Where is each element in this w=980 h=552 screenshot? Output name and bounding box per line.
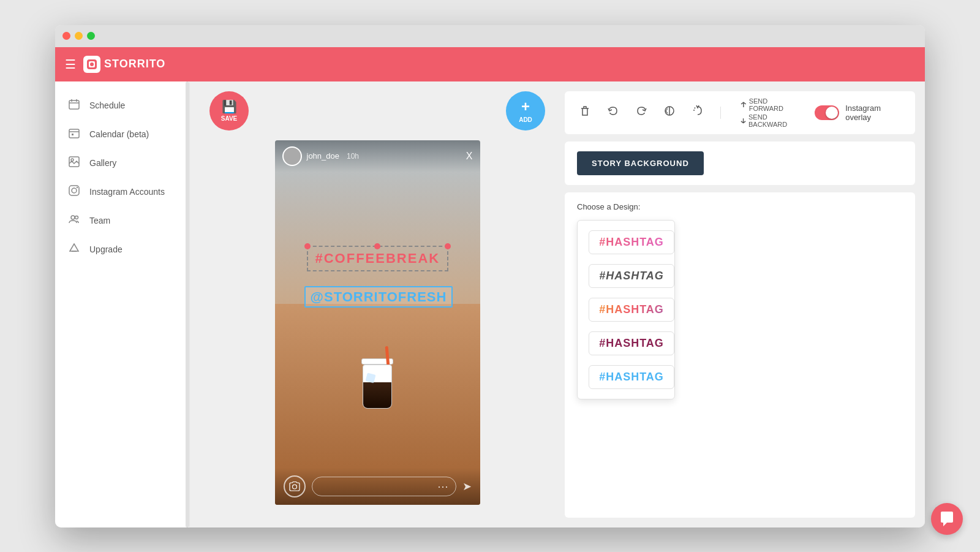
hashtag-overlay[interactable]: #COFFEEBREAK [307,246,449,271]
add-label: ADD [519,116,532,123]
design-chip-2[interactable]: #HASHTAG [589,264,674,288]
design-option-1[interactable]: #HASHTAG [582,225,669,259]
undo-icon[interactable] [605,103,621,122]
menu-icon[interactable]: ☰ [65,57,76,72]
toggle-label: Instagram overlay [845,104,903,122]
app-layout: ☰ STORRITO [55,47,925,527]
content-area: 💾 SAVE + ADD [190,81,925,527]
story-time: 10h [347,152,359,161]
window-controls [62,32,95,40]
right-panel: SEND FORWARD SEND BACKWARD Instagra [565,91,915,518]
send-forward-label: SEND FORWARD [749,97,803,112]
titlebar [55,25,925,47]
cup-ice [365,372,375,383]
overlay-toggle[interactable] [815,105,839,120]
sidebar-label-gallery: Gallery [89,158,116,168]
send-forward-button[interactable]: SEND FORWARD [741,97,802,112]
design-chip-5[interactable]: #HASHTAG [589,365,674,389]
coffee-cup [359,358,396,414]
design-chip-4[interactable]: #HASHTAG [589,331,674,355]
add-icon: + [521,98,530,115]
redo-icon[interactable] [633,103,649,122]
svg-rect-7 [69,129,79,138]
design-chooser-label: Choose a Design: [577,202,903,211]
at-text[interactable]: @STORRITOFRESH [304,286,453,308]
svg-point-18 [292,485,296,489]
story-camera-button[interactable] [284,475,306,497]
story-background-button[interactable]: STORY BACKGROUND [577,151,704,175]
svg-point-2 [90,62,94,66]
sidebar: Schedule Calendar (beta) [55,81,190,527]
design-chip-1[interactable]: #HASHTAG [589,230,674,254]
design-option-5[interactable]: #HASHTAG [582,360,669,394]
flip-icon[interactable] [662,103,677,122]
app-window: ☰ STORRITO [55,25,925,527]
schedule-icon [67,99,81,113]
main-layout: Schedule Calendar (beta) [55,81,925,527]
logo-icon [83,56,100,73]
design-option-3[interactable]: #HASHTAG [582,293,669,327]
story-panel: 💾 SAVE + ADD [200,91,555,518]
logo-text: STORRITO [104,58,165,70]
team-icon [67,214,81,228]
story-bottom-bar: ⋯ ➤ [275,468,480,505]
rotate-icon[interactable] [690,103,706,122]
instagram-icon [67,185,81,199]
action-bar: SEND FORWARD SEND BACKWARD Instagra [565,91,915,134]
story-toolbar: 💾 SAVE + ADD [200,91,555,140]
action-separator [720,107,721,119]
story-message-input[interactable]: ⋯ [312,477,456,496]
story-send-button[interactable]: ➤ [462,480,472,493]
gallery-icon [67,156,81,170]
at-overlay[interactable]: @STORRITOFRESH [298,286,459,308]
handle-top[interactable] [374,243,380,249]
story-image: #COFFEEBREAK @STORRITOFRESH [275,140,480,505]
send-order-controls: SEND FORWARD SEND BACKWARD [741,97,802,128]
close-button[interactable] [62,32,70,40]
sidebar-item-calendar[interactable]: Calendar (beta) [55,120,189,149]
hashtag-text[interactable]: #COFFEEBREAK [315,251,440,266]
story-header: john_doe 10h X [275,140,480,172]
svg-point-14 [77,186,78,187]
send-backward-button[interactable]: SEND BACKWARD [741,113,802,128]
sidebar-label-calendar: Calendar (beta) [89,129,149,139]
save-icon: 💾 [222,99,237,114]
sidebar-item-gallery[interactable]: Gallery [55,149,189,178]
chat-support-button[interactable] [931,503,963,535]
design-chip-3[interactable]: #HASHTAG [589,298,674,322]
sidebar-label-upgrade: Upgrade [89,244,123,254]
sidebar-item-team[interactable]: Team [55,206,189,235]
app-logo: STORRITO [83,56,165,73]
story-dots: ⋯ [437,480,448,493]
sidebar-scrollbar[interactable] [186,81,189,527]
sidebar-label-schedule: Schedule [89,100,125,110]
handle-tr[interactable] [445,243,451,249]
design-option-4[interactable]: #HASHTAG [582,327,669,360]
story-bg-section: STORY BACKGROUND [565,142,915,185]
upgrade-icon [67,243,81,257]
svg-point-13 [72,188,77,193]
cup-body [363,365,392,409]
design-dropdown: #HASHTAG #HASHTAG #HASHTAG #HASHTAG [577,220,675,399]
handle-tl[interactable] [304,243,311,249]
add-button[interactable]: + ADD [506,91,545,130]
send-backward-label: SEND BACKWARD [748,113,802,128]
cup-drink [363,382,391,408]
svg-rect-9 [72,134,74,135]
story-close-button[interactable]: X [466,151,473,162]
sidebar-item-schedule[interactable]: Schedule [55,91,189,120]
design-section: Choose a Design: #HASHTAG #HASHTAG #HA [565,192,915,518]
sidebar-item-upgrade[interactable]: Upgrade [55,235,189,264]
design-option-2[interactable]: #HASHTAG [582,259,669,293]
svg-rect-3 [69,100,79,109]
overlay-toggle-container: Instagram overlay [815,104,903,122]
toggle-knob [826,107,838,119]
sidebar-item-instagram[interactable]: Instagram Accounts [55,178,189,206]
calendar-icon [67,127,81,142]
delete-icon[interactable] [577,103,593,122]
minimize-button[interactable] [75,32,83,40]
navbar: ☰ STORRITO [55,47,925,81]
save-button[interactable]: 💾 SAVE [209,91,249,130]
maximize-button[interactable] [87,32,95,40]
story-frame: #COFFEEBREAK @STORRITOFRESH john_doe 10h [275,140,480,505]
